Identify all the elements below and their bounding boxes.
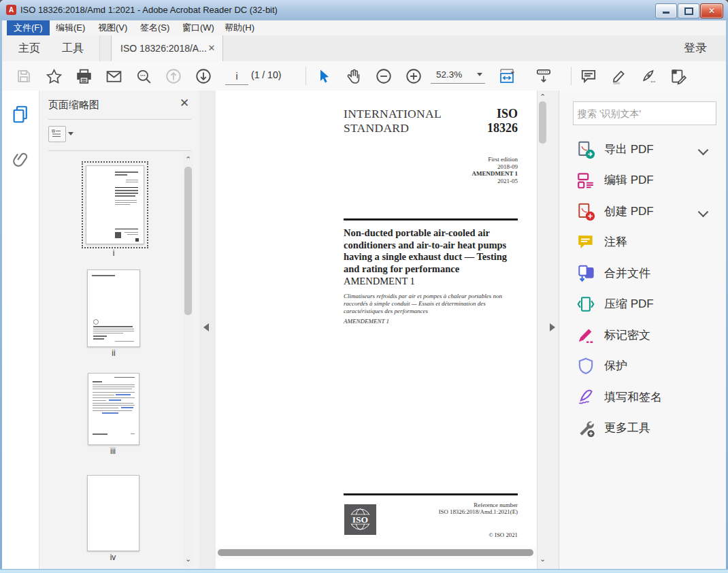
document-scrollbar[interactable]: ⌃ ⌄: [537, 91, 548, 569]
thumbnail-page-i[interactable]: [82, 161, 148, 248]
tab-tools[interactable]: 工具: [56, 35, 89, 61]
restore-icon: [684, 7, 693, 15]
tool-redact[interactable]: 标记密文: [559, 321, 727, 351]
horizontal-scrollbar[interactable]: [216, 548, 537, 559]
doc-title-fr: Climatiseurs refroidis par air et pompes…: [344, 293, 510, 315]
attachments-icon[interactable]: [10, 150, 32, 172]
sign-in-link[interactable]: 登录: [684, 35, 707, 61]
comment-tool-button[interactable]: [579, 67, 598, 86]
doc-amendment-en: AMENDMENT 1: [344, 276, 415, 287]
scroll-down-icon[interactable]: ⌄: [539, 555, 546, 563]
tool-more-tools[interactable]: 更多工具: [559, 413, 727, 444]
tool-create-pdf[interactable]: 创建 PDF: [559, 197, 727, 227]
document-scrollbar-thumb[interactable]: [539, 101, 546, 144]
document-page[interactable]: INTERNATIONALSTANDARD ISO18326 First edi…: [216, 91, 537, 569]
redact-icon: [576, 326, 595, 345]
comment-icon: [576, 233, 595, 252]
fill-sign-tool-button[interactable]: [669, 67, 688, 86]
tab-document[interactable]: ISO 18326:2018/A... ✕: [111, 35, 223, 61]
titlebar[interactable]: A ISO 18326:2018/Amd 1:2021 - Adobe Acro…: [0, 0, 728, 21]
panel-scrollbar-thumb[interactable]: [184, 167, 192, 315]
search-tools-input[interactable]: [573, 101, 716, 125]
fill-sign-icon: [576, 388, 595, 407]
thumbnail-page-ii[interactable]: [87, 269, 140, 347]
select-tool-button[interactable]: [315, 67, 334, 86]
close-button[interactable]: ✕: [700, 3, 723, 18]
print-button[interactable]: [74, 67, 93, 86]
scrolling-mode-button[interactable]: [534, 67, 553, 86]
tool-label: 标记密文: [604, 327, 650, 343]
star-favorites-button[interactable]: [44, 67, 63, 86]
zoom-level-combo[interactable]: 52.3%: [431, 67, 485, 84]
email-button[interactable]: [104, 67, 123, 86]
previous-page-button[interactable]: [164, 67, 183, 86]
save-button[interactable]: [14, 67, 33, 86]
thumbnail-label: iii: [99, 446, 127, 456]
highlight-tool-button[interactable]: [609, 67, 628, 86]
thumbnails-panel: 页面缩略图 ✕: [39, 91, 200, 569]
fit-width-button[interactable]: [497, 67, 523, 86]
tool-combine-files[interactable]: 合并文件: [559, 259, 727, 289]
sidebar-expand-handle[interactable]: [548, 91, 559, 569]
toolbar-separator: [571, 67, 572, 85]
tab-close-icon[interactable]: ✕: [206, 43, 217, 54]
zoom-in-button[interactable]: [404, 67, 423, 86]
tool-fill-sign[interactable]: 填写和签名: [559, 382, 727, 413]
tool-label: 创建 PDF: [604, 203, 654, 219]
tools-sidebar: 导出 PDF 编辑 PDF 创建 PDF 注释: [559, 91, 727, 569]
svg-text:ISO: ISO: [352, 514, 368, 525]
thumbnail-page-iii[interactable]: [88, 373, 139, 445]
combine-files-icon: [576, 264, 595, 283]
panel-options-button[interactable]: [48, 126, 76, 142]
menu-view[interactable]: 视图(V): [91, 20, 134, 35]
thumbnail-page-iv[interactable]: [87, 475, 139, 551]
tool-label: 压缩 PDF: [604, 296, 654, 312]
chevron-down-icon: [68, 132, 73, 135]
scroll-down-icon[interactable]: ⌄: [184, 555, 192, 563]
zoom-out-button[interactable]: [374, 67, 393, 86]
tool-compress-pdf[interactable]: 压缩 PDF: [559, 289, 727, 320]
panel-collapse-handle[interactable]: [199, 91, 216, 569]
chevron-down-icon[interactable]: [699, 146, 707, 154]
divider: [48, 119, 191, 120]
page-count-label: (1 / 10): [251, 69, 281, 80]
horizontal-scrollbar-thumb[interactable]: [218, 549, 533, 556]
doc-rule-top: [344, 218, 518, 220]
menu-sign[interactable]: 签名(S): [133, 20, 176, 35]
panel-close-icon[interactable]: ✕: [178, 97, 191, 110]
next-page-button[interactable]: [194, 67, 213, 86]
doc-standard-label: INTERNATIONALSTANDARD: [344, 107, 442, 135]
menu-edit[interactable]: 编辑(E): [49, 20, 92, 35]
menu-window[interactable]: 窗口(W): [176, 20, 221, 35]
sign-tool-button[interactable]: [639, 67, 658, 86]
tool-protect[interactable]: 保护: [559, 351, 727, 382]
search-icon[interactable]: [134, 67, 153, 86]
minimize-button[interactable]: [655, 3, 677, 18]
tool-export-pdf[interactable]: 导出 PDF: [559, 135, 727, 165]
toolbar-separator: [305, 67, 306, 85]
panel-scrollbar[interactable]: ⌃ ⌄: [183, 152, 193, 567]
menu-help[interactable]: 帮助(H): [218, 20, 261, 35]
app-window: A ISO 18326:2018/Amd 1:2021 - Adobe Acro…: [0, 0, 728, 573]
scroll-up-icon[interactable]: ⌃: [184, 155, 192, 164]
window-border-bottom: [0, 569, 728, 573]
create-pdf-icon: [576, 202, 595, 221]
scroll-up-icon[interactable]: ⌃: [539, 93, 546, 101]
tool-label: 保护: [604, 358, 627, 374]
tool-comment[interactable]: 注释: [559, 227, 727, 258]
tool-label: 编辑 PDF: [604, 172, 654, 188]
tab-home[interactable]: 主页: [13, 35, 46, 61]
export-pdf-icon: [576, 140, 595, 159]
tool-label: 导出 PDF: [604, 142, 654, 157]
main-area: 页面缩略图 ✕: [2, 91, 726, 569]
doc-copyright: © ISO 2021: [344, 531, 518, 538]
chevron-down-icon[interactable]: [699, 208, 707, 216]
restore-button[interactable]: [678, 3, 699, 18]
page-thumbnails-icon[interactable]: [10, 104, 32, 126]
tool-edit-pdf[interactable]: 编辑 PDF: [559, 165, 727, 196]
thumbnail-label: iv: [99, 553, 127, 562]
menu-file[interactable]: 文件(F): [7, 20, 50, 35]
hand-tool-button[interactable]: [344, 67, 363, 86]
options-list-icon: [48, 126, 66, 142]
page-number-input[interactable]: [225, 68, 248, 85]
